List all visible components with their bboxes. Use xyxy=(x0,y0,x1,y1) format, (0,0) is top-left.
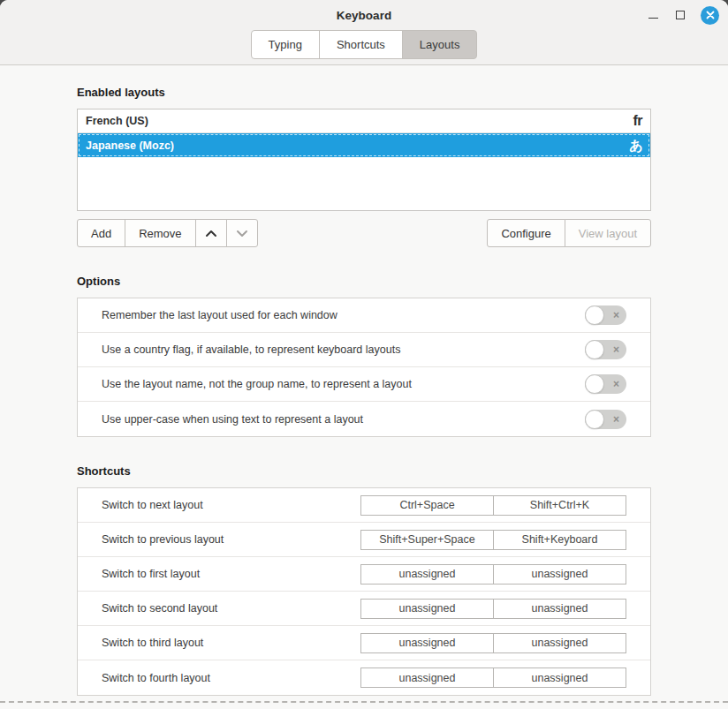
enabled-layouts-heading: Enabled layouts xyxy=(77,86,651,99)
move-layout-up-button[interactable] xyxy=(195,219,227,247)
window-header: Keyboard Typing Shortcuts xyxy=(0,0,728,65)
layout-row-french[interactable]: French (US) fr xyxy=(78,109,650,133)
enabled-layouts-section: Enabled layouts French (US) fr Japanese … xyxy=(77,86,651,247)
keybinding-group: unassigned unassigned xyxy=(360,668,626,688)
shortcut-label: Switch to previous layout xyxy=(102,533,224,546)
toggle-off-x-icon: × xyxy=(613,310,619,321)
shortcut-row-second-layout: Switch to second layout unassigned unass… xyxy=(78,592,650,626)
keybinding-cell-1[interactable]: unassigned xyxy=(361,668,494,687)
option-row-country-flag: Use a country flag, if available, to rep… xyxy=(78,333,650,367)
keybinding-cell-1[interactable]: Shift+Super+Space xyxy=(361,531,494,549)
layout-edit-button-group: Add Remove xyxy=(77,219,258,247)
keybinding-group: Shift+Super+Space Shift+Keyboard xyxy=(360,530,626,550)
keybinding-cell-2[interactable]: Shift+Ctrl+K xyxy=(494,496,626,515)
keybinding-group: unassigned unassigned xyxy=(360,633,626,653)
shortcuts-panel: Switch to next layout Ctrl+Space Shift+C… xyxy=(77,487,651,696)
remove-layout-button[interactable]: Remove xyxy=(125,219,195,247)
shortcut-row-first-layout: Switch to first layout unassigned unassi… xyxy=(78,557,650,592)
toggle-layout-name[interactable]: × xyxy=(585,374,626,394)
minimize-icon xyxy=(648,18,658,19)
keybinding-cell-1[interactable]: unassigned xyxy=(361,600,494,618)
layout-list-actions: Add Remove Configure xyxy=(77,219,651,247)
options-heading: Options xyxy=(77,275,651,288)
view-layout-button[interactable]: View layout xyxy=(565,219,651,247)
option-label: Remember the last layout used for each w… xyxy=(102,309,337,321)
layout-list: French (US) fr Japanese (Mozc) あ xyxy=(77,109,651,211)
titlebar[interactable]: Keyboard xyxy=(0,0,728,30)
shortcut-row-third-layout: Switch to third layout unassigned unassi… xyxy=(78,626,650,660)
shortcuts-heading: Shortcuts xyxy=(77,464,651,478)
toggle-off-x-icon: × xyxy=(613,413,619,424)
keybinding-cell-2[interactable]: unassigned xyxy=(494,634,626,652)
tab-layouts-label: Layouts xyxy=(420,38,460,51)
shortcut-label: Switch to fourth layout xyxy=(102,672,210,684)
window-title: Keyboard xyxy=(337,9,391,22)
option-row-layout-name: Use the layout name, not the group name,… xyxy=(78,367,650,402)
window-controls xyxy=(646,0,719,30)
keybinding-cell-1[interactable]: Ctrl+Space xyxy=(361,496,494,515)
shortcut-label: Switch to second layout xyxy=(102,602,217,615)
layout-name: Japanese (Mozc) xyxy=(86,140,174,152)
add-layout-button[interactable]: Add xyxy=(77,219,125,247)
keyboard-settings-window: Keyboard Typing Shortcuts xyxy=(0,0,728,709)
toggle-knob xyxy=(585,374,604,394)
tab-typing-label: Typing xyxy=(269,38,302,51)
configure-button[interactable]: Configure xyxy=(487,219,565,247)
maximize-button[interactable] xyxy=(673,8,687,22)
keybinding-cell-1[interactable]: unassigned xyxy=(361,565,494,584)
shortcut-label: Switch to first layout xyxy=(102,568,200,580)
keybinding-cell-2[interactable]: unassigned xyxy=(494,600,626,618)
shortcut-row-next-layout: Switch to next layout Ctrl+Space Shift+C… xyxy=(78,488,650,523)
option-label: Use the layout name, not the group name,… xyxy=(102,378,412,390)
option-label: Use a country flag, if available, to rep… xyxy=(102,343,400,356)
options-section: Options Remember the last layout used fo… xyxy=(77,275,651,437)
toggle-knob xyxy=(585,305,604,325)
close-icon xyxy=(706,11,715,19)
keybinding-cell-2[interactable]: unassigned xyxy=(494,565,626,584)
shortcut-label: Switch to next layout xyxy=(102,499,203,511)
option-row-remember-layout: Remember the last layout used for each w… xyxy=(78,298,650,333)
layout-indicator-ja: あ xyxy=(629,139,642,152)
layout-config-button-group: Configure View layout xyxy=(487,219,651,247)
keybinding-cell-2[interactable]: Shift+Keyboard xyxy=(494,531,626,549)
tab-bar: Typing Shortcuts Layouts xyxy=(0,30,728,64)
actions-spacer xyxy=(258,219,488,247)
keybinding-cell-1[interactable]: unassigned xyxy=(361,634,494,652)
toggle-remember-layout[interactable]: × xyxy=(585,305,626,325)
tab-shortcuts-label: Shortcuts xyxy=(337,38,385,51)
minimize-button[interactable] xyxy=(646,8,660,22)
layouts-page: Enabled layouts French (US) fr Japanese … xyxy=(0,65,728,698)
tab-typing[interactable]: Typing xyxy=(251,30,320,59)
keybinding-cell-2[interactable]: unassigned xyxy=(494,668,626,687)
chevron-down-icon xyxy=(236,230,248,238)
toggle-off-x-icon: × xyxy=(613,344,619,355)
tab-layouts[interactable]: Layouts xyxy=(402,30,478,59)
shortcut-row-previous-layout: Switch to previous layout Shift+Super+Sp… xyxy=(78,523,650,557)
toggle-off-x-icon: × xyxy=(613,379,619,389)
tab-shortcuts[interactable]: Shortcuts xyxy=(319,30,403,59)
layout-indicator-fr: fr xyxy=(633,114,642,128)
toggle-knob xyxy=(585,410,604,429)
toggle-knob xyxy=(585,340,604,359)
option-row-upper-case: Use upper-case when using text to repres… xyxy=(78,402,650,436)
layout-row-japanese[interactable]: Japanese (Mozc) あ xyxy=(78,133,650,157)
close-button[interactable] xyxy=(701,6,719,25)
window-bottom-edge xyxy=(0,701,728,709)
chevron-up-icon xyxy=(205,230,217,238)
keybinding-group: Ctrl+Space Shift+Ctrl+K xyxy=(360,495,626,516)
maximize-icon xyxy=(676,11,685,19)
keybinding-group: unassigned unassigned xyxy=(360,599,626,619)
toggle-country-flag[interactable]: × xyxy=(585,340,626,359)
shortcut-label: Switch to third layout xyxy=(102,637,203,649)
option-label: Use upper-case when using text to repres… xyxy=(102,413,363,426)
toggle-upper-case[interactable]: × xyxy=(585,410,626,429)
shortcuts-section: Shortcuts Switch to next layout Ctrl+Spa… xyxy=(77,464,651,696)
shortcut-row-fourth-layout: Switch to fourth layout unassigned unass… xyxy=(78,660,650,695)
move-layout-down-button[interactable] xyxy=(226,219,258,247)
options-panel: Remember the last layout used for each w… xyxy=(77,298,651,437)
keybinding-group: unassigned unassigned xyxy=(360,564,626,585)
layout-name: French (US) xyxy=(86,115,148,127)
